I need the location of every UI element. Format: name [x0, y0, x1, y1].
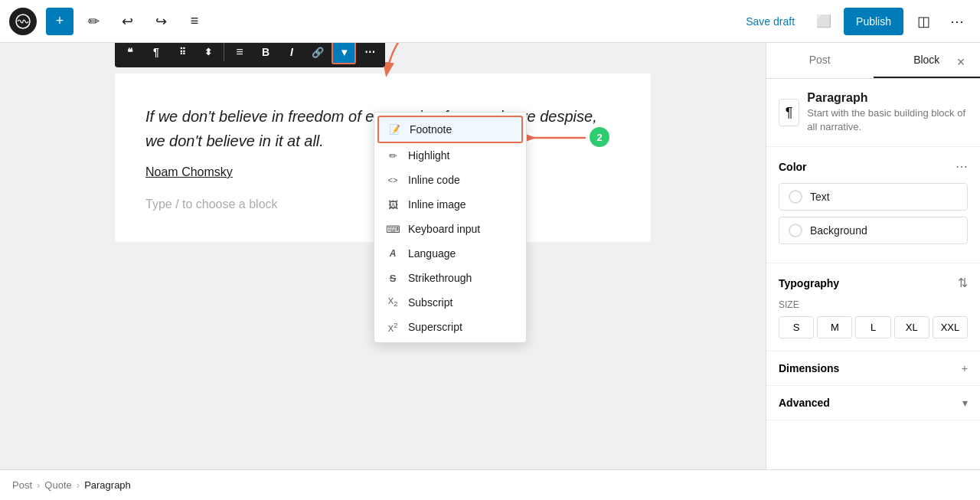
- bold-button[interactable]: B: [253, 43, 278, 64]
- wp-logo[interactable]: [9, 8, 37, 35]
- typography-more-icon[interactable]: ⇅: [958, 276, 968, 290]
- strikethrough-icon: S: [385, 273, 400, 284]
- drag-handle[interactable]: ⠿: [170, 43, 194, 64]
- typography-title: Typography: [779, 277, 839, 289]
- breadcrumb-sep-1: ›: [37, 479, 40, 491]
- top-bar: + ✏ ↩ ↪ ≡ Save draft ⬜ Publish ◫ ⋯: [0, 0, 980, 43]
- redo-button[interactable]: ↪: [147, 8, 175, 35]
- keyboard-input-label: Keyboard input: [408, 223, 480, 235]
- sidebar-block-info: Paragraph Start with the basic building …: [807, 91, 968, 134]
- sidebar-close-button[interactable]: ×: [949, 51, 972, 74]
- highlight-label: Highlight: [408, 149, 449, 162]
- toolbar-separator-1: [224, 43, 224, 61]
- breadcrumb: Post › Quote › Paragraph: [0, 469, 980, 500]
- add-block-button[interactable]: +: [46, 8, 74, 35]
- advanced-section[interactable]: Advanced ▾: [766, 386, 980, 420]
- save-draft-button[interactable]: Save draft: [737, 8, 804, 35]
- list-view-button[interactable]: ≡: [181, 8, 208, 35]
- typography-section: Typography ⇅ SIZE S M L XL XXL: [766, 263, 980, 351]
- size-s-button[interactable]: S: [779, 316, 814, 338]
- inline-image-icon: 🖼: [385, 199, 400, 211]
- color-title: Color: [779, 161, 807, 173]
- sidebar-block-header: ¶ Paragraph Start with the basic buildin…: [766, 79, 980, 147]
- dimensions-title: Dimensions: [779, 362, 839, 374]
- breadcrumb-post[interactable]: Post: [12, 479, 32, 491]
- color-radio-background[interactable]: [789, 224, 802, 237]
- color-more-icon[interactable]: ⋯: [956, 159, 968, 174]
- italic-button[interactable]: I: [279, 43, 304, 64]
- dropdown-item-superscript[interactable]: X2 Superscript: [374, 315, 526, 339]
- dropdown-item-keyboard-input[interactable]: ⌨ Keyboard input: [374, 217, 526, 241]
- size-m-button[interactable]: M: [817, 316, 852, 338]
- language-label: Language: [408, 247, 456, 260]
- inline-code-icon: <>: [385, 175, 400, 185]
- more-block-options[interactable]: ⋯: [358, 43, 382, 64]
- advanced-collapse-icon: ▾: [962, 397, 968, 409]
- dropdown-item-subscript[interactable]: X2 Subscript: [374, 290, 526, 315]
- more-rich-text-button[interactable]: ▾: [332, 43, 356, 64]
- size-xxl-button[interactable]: XXL: [933, 316, 968, 338]
- color-label-background: Background: [810, 224, 867, 237]
- view-button[interactable]: ⬜: [810, 8, 838, 35]
- undo-button[interactable]: ↩: [113, 8, 141, 35]
- paragraph-button[interactable]: ¶: [144, 43, 168, 64]
- sidebar-block-icon: ¶: [779, 99, 799, 126]
- wordpress-icon: [15, 14, 31, 29]
- footnote-icon: 📝: [387, 124, 402, 135]
- color-option-background[interactable]: Background: [779, 217, 968, 244]
- strikethrough-label: Strikethrough: [408, 272, 472, 284]
- dropdown-item-inline-code[interactable]: <> Inline code: [374, 168, 526, 192]
- keyboard-input-icon: ⌨: [385, 224, 400, 235]
- dropdown-item-language[interactable]: A Language: [374, 241, 526, 266]
- more-options-button[interactable]: ⋯: [943, 8, 971, 35]
- footnote-label: Footnote: [410, 123, 452, 136]
- typography-header: Typography ⇅: [779, 276, 968, 290]
- size-l-button[interactable]: L: [855, 316, 890, 338]
- color-radio-text[interactable]: [789, 190, 802, 204]
- size-xl-button[interactable]: XL: [894, 316, 929, 338]
- dimensions-expand-icon: +: [962, 362, 968, 374]
- editor-toggle-button[interactable]: ◫: [910, 8, 937, 35]
- publish-button[interactable]: Publish: [844, 8, 903, 35]
- tab-post[interactable]: Post: [766, 43, 874, 78]
- dropdown-item-highlight[interactable]: ✏ Highlight: [374, 143, 526, 168]
- link-button[interactable]: 🔗: [305, 43, 330, 64]
- breadcrumb-quote[interactable]: Quote: [44, 479, 71, 491]
- superscript-label: Superscript: [408, 321, 462, 333]
- main-layout: ❝ ¶ ⠿ ⬍ ≡ B I 🔗 ▾ ⋯ If we don't believe …: [0, 43, 980, 469]
- size-buttons: S M L XL XXL: [779, 316, 968, 338]
- breadcrumb-paragraph: Paragraph: [84, 479, 131, 491]
- dimensions-section[interactable]: Dimensions +: [766, 351, 980, 386]
- superscript-icon: X2: [385, 322, 400, 333]
- color-label-text: Text: [810, 191, 830, 203]
- quote-format-button[interactable]: ❝: [118, 43, 142, 64]
- highlight-icon: ✏: [385, 150, 400, 162]
- subscript-label: Subscript: [408, 296, 452, 309]
- inline-toolbar: ❝ ¶ ⠿ ⬍ ≡ B I 🔗 ▾ ⋯: [115, 43, 385, 67]
- editor-area[interactable]: ❝ ¶ ⠿ ⬍ ≡ B I 🔗 ▾ ⋯ If we don't believe …: [0, 43, 766, 469]
- subscript-icon: X2: [385, 296, 400, 308]
- rich-text-dropdown: 📝 Footnote ✏ Highlight <> Inline code 🖼 …: [374, 112, 527, 343]
- color-section-header: Color ⋯: [779, 159, 968, 174]
- right-sidebar: Post Block × ¶ Paragraph Start with the …: [766, 43, 980, 469]
- sidebar-tabs: Post Block ×: [766, 43, 980, 79]
- advanced-title: Advanced: [779, 397, 830, 409]
- dropdown-item-inline-image[interactable]: 🖼 Inline image: [374, 192, 526, 217]
- align-button[interactable]: ≡: [227, 43, 252, 64]
- sidebar-block-desc: Start with the basic building block of a…: [807, 106, 968, 134]
- inline-code-label: Inline code: [408, 174, 460, 186]
- language-icon: A: [385, 248, 400, 259]
- dropdown-item-footnote[interactable]: 📝 Footnote: [377, 116, 523, 143]
- color-section: Color ⋯ Text Background: [766, 147, 980, 263]
- inline-image-label: Inline image: [408, 198, 466, 211]
- tools-button[interactable]: ✏: [80, 8, 107, 35]
- color-option-text[interactable]: Text: [779, 183, 968, 211]
- size-label: SIZE: [779, 299, 968, 310]
- breadcrumb-sep-2: ›: [77, 479, 80, 491]
- editor-content: ❝ ¶ ⠿ ⬍ ≡ B I 🔗 ▾ ⋯ If we don't believe …: [115, 74, 651, 242]
- move-button[interactable]: ⬍: [196, 43, 220, 64]
- sidebar-block-title: Paragraph: [807, 91, 968, 105]
- dropdown-item-strikethrough[interactable]: S Strikethrough: [374, 266, 526, 290]
